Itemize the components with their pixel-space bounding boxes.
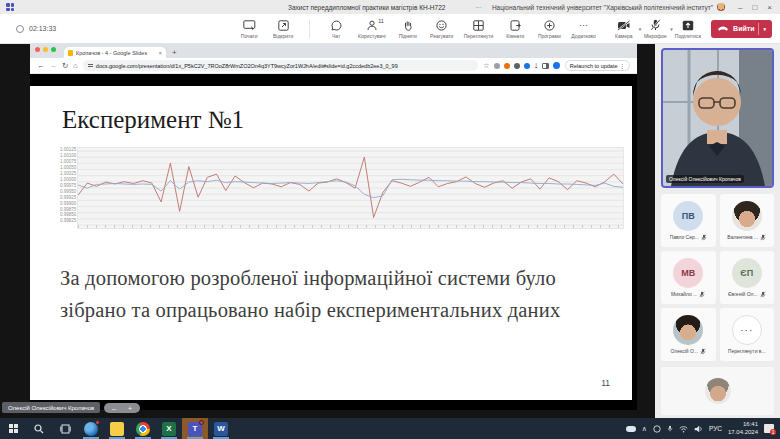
start-share-button[interactable]: Почати — [237, 19, 261, 39]
word-icon: W — [214, 422, 228, 436]
taskbar-app-excel[interactable]: X — [156, 418, 182, 439]
camera-off-icon — [617, 19, 631, 32]
more-button[interactable]: ··· Додатково — [571, 19, 595, 39]
view-more-participants-tile[interactable]: ··· Переглянути в... — [720, 308, 775, 361]
ellipsis-icon: ··· — [579, 19, 588, 32]
site-settings-icon[interactable] — [88, 64, 93, 67]
participant-name: Павло Сер... — [670, 234, 699, 240]
taskbar-app-word[interactable]: W — [208, 418, 234, 439]
extension-icon[interactable] — [514, 63, 520, 69]
extension-icon[interactable] — [494, 63, 500, 69]
leave-button[interactable]: Вийти ▾ — [711, 20, 772, 38]
chrome-icon — [136, 422, 150, 436]
bookmark-star-icon[interactable]: ☆ — [483, 62, 489, 70]
participant-tile[interactable]: ЄП Євгеній Ол... — [720, 251, 775, 304]
participant-name: Олексій О... — [670, 348, 698, 354]
browser-profile-avatar[interactable] — [553, 62, 560, 69]
chat-button[interactable]: Чат — [324, 19, 348, 39]
weather-icon[interactable] — [626, 426, 636, 432]
mac-close-button[interactable] — [35, 47, 40, 52]
language-indicator[interactable]: РУС — [709, 425, 722, 432]
active-speaker-video[interactable]: Олексій Олексійович Кропачов — [661, 48, 774, 188]
zoom-in-button[interactable]: + — [128, 405, 132, 412]
browser-menu-icon[interactable]: ⋮ — [620, 63, 626, 69]
mic-off-icon — [650, 19, 661, 32]
tab-close-icon[interactable]: × — [158, 50, 162, 56]
participant-grid: ПВ Павло Сер... Валентина ... МВ Михайло… — [661, 194, 774, 361]
maximize-button[interactable]: □ — [752, 3, 757, 12]
tray-mic-icon[interactable] — [667, 424, 673, 433]
minimize-button[interactable]: – — [738, 3, 742, 12]
show-hidden-icons-chevron[interactable]: ∧ — [642, 425, 647, 433]
tray-date: 17.04.2024 — [728, 429, 758, 437]
close-button[interactable]: × — [767, 3, 772, 12]
titlebar-overflow-icon[interactable]: ··· — [475, 4, 482, 11]
screen-share-icon — [243, 19, 256, 32]
mac-minimize-button[interactable] — [43, 47, 48, 52]
chart-y-axis-labels: 1.001251.001001.000751.000501.000251.000… — [60, 147, 77, 229]
people-icon: 11 — [367, 19, 377, 32]
share-button[interactable]: Поділитися — [675, 19, 701, 39]
mic-options-chevron-icon[interactable]: ▾ — [670, 26, 673, 32]
participant-tile[interactable]: МВ Михайло ... — [661, 251, 716, 304]
extension-icon[interactable] — [524, 63, 530, 69]
tab-title: Кропачов - 4 - Google Slides — [76, 50, 155, 56]
mac-zoom-button[interactable] — [51, 47, 56, 52]
task-view-button[interactable] — [52, 418, 78, 439]
speaker-video-feed — [663, 50, 772, 186]
system-tray: ∧ РУС 16:41 17.04.2024 1 — [626, 418, 780, 439]
apps-button[interactable]: Програми — [537, 19, 561, 39]
search-button[interactable] — [26, 418, 52, 439]
add-app-icon — [544, 19, 555, 32]
zoom-out-button[interactable]: – — [112, 405, 116, 412]
raise-hand-button[interactable]: Підняти — [396, 19, 420, 39]
taskbar-app-chrome[interactable] — [130, 418, 156, 439]
new-tab-button[interactable]: + — [172, 48, 177, 58]
chart-x-axis-ticks — [78, 225, 623, 228]
mic-muted-icon — [760, 234, 766, 241]
participant-tile[interactable]: Валентина ... — [720, 194, 775, 247]
clock[interactable]: 16:41 17.04.2024 — [728, 421, 758, 436]
browser-tab[interactable]: Кропачов - 4 - Google Slides × — [64, 47, 166, 58]
speaker-name-tag: Олексій Олексійович Кропачов — [666, 175, 744, 183]
share-zoom-controls[interactable]: – + — [104, 403, 140, 413]
volume-icon[interactable] — [694, 425, 703, 433]
taskbar-app-teams[interactable]: T — [182, 418, 208, 439]
side-panel-icon[interactable] — [542, 63, 549, 69]
url-text: docs.google.com/presentation/d/1x_P5kC2V… — [96, 63, 398, 69]
leave-options-chevron-icon[interactable]: ▾ — [763, 26, 766, 32]
user-avatar[interactable] — [717, 3, 725, 11]
mic-button[interactable]: Мікрофон — [643, 19, 667, 39]
self-video-tile[interactable] — [661, 367, 774, 415]
camera-options-chevron-icon[interactable]: ▾ — [639, 26, 642, 32]
extension-icon[interactable] — [504, 63, 510, 69]
camera-button[interactable]: Камера — [612, 19, 636, 39]
participant-tile[interactable]: Олексій О... — [661, 308, 716, 361]
participants-button[interactable]: 11 Користувачі — [358, 19, 386, 39]
excel-icon: X — [162, 422, 176, 436]
mic-muted-icon — [699, 291, 705, 298]
rooms-button[interactable]: Кімнати — [503, 19, 527, 39]
network-icon[interactable] — [679, 425, 688, 433]
task-view-icon — [60, 424, 71, 434]
forward-icon[interactable]: → — [50, 61, 58, 70]
action-center-button[interactable]: 1 — [764, 424, 774, 433]
reload-icon[interactable]: ↻ — [62, 61, 68, 70]
taskbar-app-notes[interactable] — [104, 418, 130, 439]
breakout-rooms-icon — [510, 19, 521, 32]
home-icon[interactable]: ⌂ — [73, 61, 78, 70]
relaunch-update-button[interactable]: Relaunch to update ⋮ — [565, 60, 630, 71]
react-button[interactable]: Реагувати — [430, 19, 454, 39]
more-participants-icon: ··· — [732, 315, 762, 345]
slide: Експеримент №1 1.001251.001001.000751.00… — [30, 86, 632, 400]
open-window-button[interactable]: Відкрити — [271, 19, 295, 39]
participant-tile[interactable]: ПВ Павло Сер... — [661, 194, 716, 247]
chat-app-icon — [84, 422, 98, 436]
view-button[interactable]: Переглянути — [464, 19, 494, 39]
onedrive-icon[interactable] — [653, 425, 661, 433]
start-button[interactable] — [0, 418, 26, 439]
downloads-icon[interactable]: ⭣ — [534, 62, 537, 70]
taskbar-app-chat[interactable] — [78, 418, 104, 439]
back-icon[interactable]: ← — [37, 61, 45, 70]
url-field[interactable]: docs.google.com/presentation/d/1x_P5kC2V… — [83, 60, 478, 71]
